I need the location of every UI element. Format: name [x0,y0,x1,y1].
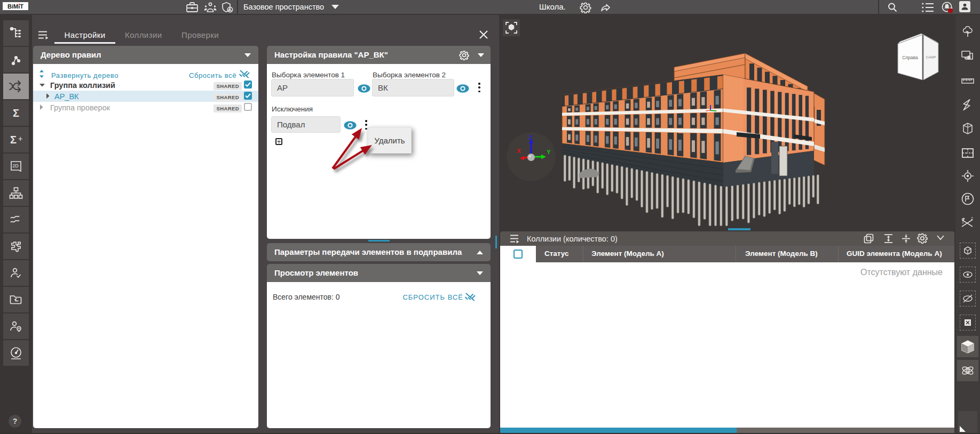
svg-text:+: + [18,134,22,143]
svg-text:2D: 2D [12,163,19,168]
svg-text:Σ: Σ [13,107,19,119]
svg-text:2: 2 [971,216,973,220]
svg-text:Σ: Σ [10,134,17,146]
svg-text:1: 1 [962,220,964,224]
